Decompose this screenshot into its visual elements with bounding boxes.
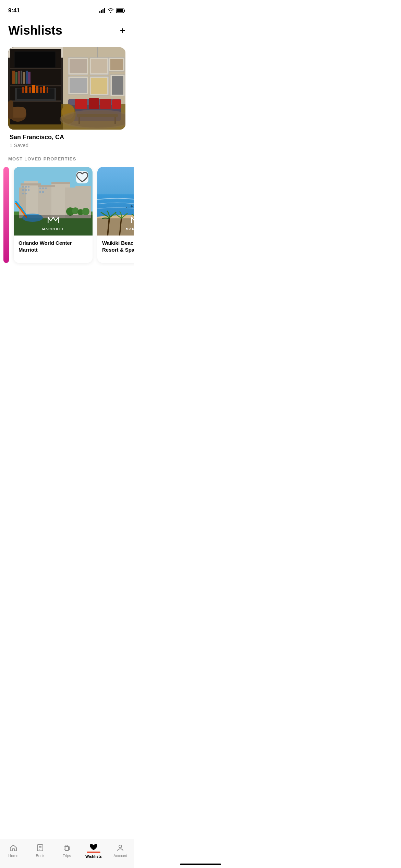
svg-rect-1 [101, 10, 102, 13]
svg-rect-2 [102, 9, 104, 13]
property-info-orlando: Orlando World Center Marriott [14, 236, 93, 258]
properties-scroll[interactable]: MARRIOTT Orlando World Center Marriott [0, 167, 134, 266]
svg-rect-5 [124, 10, 125, 12]
svg-rect-0 [99, 11, 100, 13]
wishlist-location: San Francisco, CA [10, 134, 124, 141]
property-image-orlando: MARRIOTT [14, 167, 93, 236]
partial-card [3, 167, 9, 263]
wifi-icon [108, 8, 114, 13]
wishlist-card-image [8, 47, 125, 130]
svg-point-107 [126, 207, 127, 208]
status-time: 9:41 [8, 7, 20, 14]
svg-rect-6 [117, 9, 123, 12]
section-title: MOST LOVED PROPERTIES [8, 156, 125, 161]
room-svg [8, 47, 125, 130]
page-header: Wishlists + [8, 23, 125, 38]
marriott-m-icon [46, 214, 60, 225]
heart-button-orlando[interactable] [76, 171, 88, 183]
property-card-orlando[interactable]: MARRIOTT Orlando World Center Marriott [14, 167, 93, 263]
wishlist-card-info: San Francisco, CA 1 Saved [8, 130, 125, 151]
property-image-waikiki: MARRIOTT [97, 167, 134, 236]
svg-rect-69 [8, 47, 125, 130]
signal-icon [99, 8, 106, 13]
page-title: Wishlists [8, 23, 62, 38]
add-wishlist-button[interactable]: + [120, 26, 125, 35]
wishlist-saved-count: 1 Saved [10, 142, 124, 148]
marriott-logo-waikiki: MARRIOTT [126, 214, 134, 231]
marriott-m-icon-2 [130, 214, 134, 225]
property-card-waikiki[interactable]: MARRIOTT Waikiki Beach Marriott Resort &… [97, 167, 134, 263]
status-icons [99, 8, 125, 13]
svg-rect-3 [104, 8, 105, 13]
svg-point-105 [131, 205, 133, 207]
main-content: Wishlists + [0, 16, 134, 266]
heart-icon-orlando [76, 171, 88, 183]
status-bar: 9:41 [0, 0, 134, 16]
property-name-orlando: Orlando World Center Marriott [19, 240, 88, 253]
property-info-waikiki: Waikiki Beach Marriott Resort & Spa [97, 236, 134, 258]
wishlist-card[interactable]: San Francisco, CA 1 Saved [8, 47, 125, 151]
battery-icon [116, 8, 125, 13]
marriott-logo-orlando: MARRIOTT [42, 214, 64, 231]
marriott-brand-2: MARRIOTT [126, 227, 134, 231]
property-name-waikiki: Waikiki Beach Marriott Resort & Spa [102, 240, 134, 253]
marriott-brand-1: MARRIOTT [42, 227, 64, 231]
most-loved-section: MOST LOVED PROPERTIES [8, 156, 125, 266]
